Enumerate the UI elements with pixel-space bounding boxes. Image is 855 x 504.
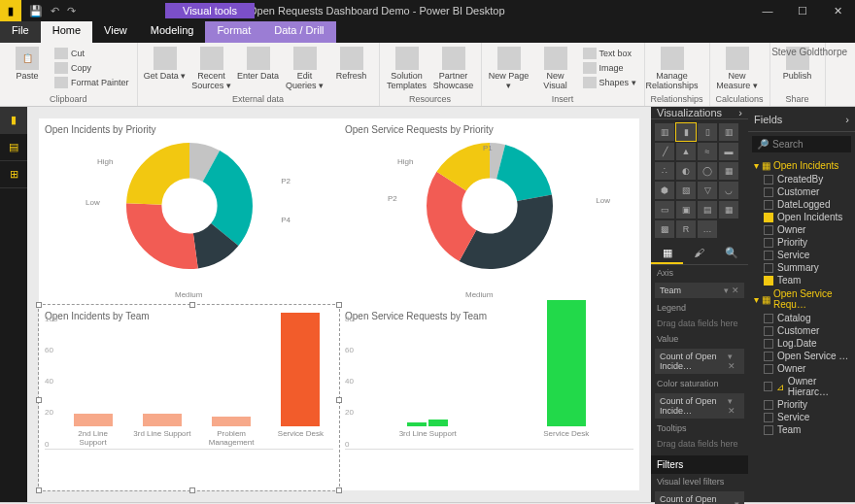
solution-templates-button[interactable]: Solution Templates <box>386 47 428 90</box>
visual-open-incidents-priority[interactable]: Open Incidents by Priority High P2 P4 Me… <box>39 118 339 305</box>
get-data-button[interactable]: Get Data ▾ <box>144 47 187 81</box>
legend-placeholder[interactable]: Drag data fields here <box>651 316 748 331</box>
checkbox-icon[interactable] <box>764 213 773 222</box>
viz-type-donut[interactable]: ◯ <box>698 162 717 180</box>
edit-queries-button[interactable]: Edit Queries ▾ <box>284 47 326 90</box>
text-box-button[interactable]: Text box <box>581 47 638 60</box>
tab-data-drill[interactable]: Data / Drill <box>262 21 335 43</box>
checkbox-icon[interactable] <box>764 276 773 286</box>
field-service[interactable]: Service <box>748 249 855 261</box>
checkbox-icon[interactable] <box>764 263 773 273</box>
copy-button[interactable]: Copy <box>52 61 131 75</box>
tooltips-placeholder[interactable]: Drag data fields here <box>651 436 748 452</box>
viz-type-pie[interactable]: ◐ <box>676 162 696 180</box>
viz-type-stacked-col[interactable]: ▥ <box>719 123 738 141</box>
viz-type-filled-map[interactable]: ▧ <box>676 182 696 199</box>
dropdown-icon[interactable]: ▾ ✕ <box>724 286 739 295</box>
viz-type-line[interactable]: ╱ <box>655 143 674 160</box>
checkbox-icon[interactable] <box>764 352 773 361</box>
new-page-button[interactable]: New Page ▾ <box>488 47 530 90</box>
viz-type-import[interactable]: … <box>698 220 717 238</box>
field-open-incidents[interactable]: Open Incidents <box>748 211 855 223</box>
checkbox-icon[interactable] <box>764 251 773 260</box>
viz-type-card[interactable]: ▭ <box>655 201 674 218</box>
viz-type-kpi[interactable]: ▣ <box>676 201 696 218</box>
qat-undo[interactable]: ↶ <box>51 5 59 17</box>
field-log-date[interactable]: Log.Date <box>748 337 855 350</box>
fields-tab[interactable]: ▦ <box>651 244 683 264</box>
visual-open-service-requests-team[interactable]: Open Service Requests by Team 020406080 … <box>339 305 639 491</box>
viz-type-clustered[interactable]: ▯ <box>698 123 717 141</box>
tab-modeling[interactable]: Modeling <box>139 21 206 43</box>
viz-type-funnel[interactable]: ▽ <box>698 182 717 199</box>
checkbox-icon[interactable] <box>764 200 773 210</box>
paste-button[interactable]: 📋Paste <box>6 47 49 81</box>
visual-filter-item[interactable]: Count of Open Incidents(…▾ <box>655 491 744 504</box>
viz-type-table[interactable]: ▦ <box>719 201 738 218</box>
viz-type-gauge[interactable]: ◡ <box>719 182 738 199</box>
expand-icon[interactable]: ▾ <box>735 499 739 504</box>
field-customer[interactable]: Customer <box>748 324 855 337</box>
recent-sources-button[interactable]: Recent Sources ▾ <box>190 47 233 90</box>
manage-relationships-button[interactable]: Manage Relationships <box>651 47 694 90</box>
table-open-incidents[interactable]: ▾▦Open Incidents <box>748 158 855 173</box>
visual-open-incidents-team[interactable]: Open Incidents by Team 0204060100 2nd Li… <box>39 305 339 491</box>
checkbox-icon[interactable] <box>764 175 773 185</box>
signed-in-user[interactable]: Steve Goldthorpe <box>771 47 847 57</box>
data-view-button[interactable]: ▤ <box>0 134 27 161</box>
tab-view[interactable]: View <box>92 21 139 43</box>
maximize-button[interactable]: ☐ <box>785 0 820 21</box>
viz-type-map[interactable]: ⬢ <box>655 182 674 199</box>
qat-save[interactable]: 💾 <box>29 5 43 17</box>
fields-search[interactable]: 🔎Search <box>752 136 851 152</box>
color-sat-field-well[interactable]: Count of Open Incide…▾ ✕ <box>655 393 744 419</box>
analytics-tab[interactable]: 🔍 <box>716 244 748 264</box>
enter-data-button[interactable]: Enter Data <box>237 47 280 81</box>
table-open-service-requests[interactable]: ▾▦Open Service Requ… <box>748 286 855 312</box>
format-tab[interactable]: 🖌 <box>683 244 715 264</box>
cut-button[interactable]: Cut <box>52 47 131 60</box>
checkbox-icon[interactable] <box>764 364 773 374</box>
field-createdby[interactable]: CreatedBy <box>748 173 855 185</box>
close-button[interactable]: ✕ <box>820 0 855 21</box>
field-owner-hierarc-[interactable]: ⊿Owner Hierarc… <box>748 375 855 398</box>
dropdown-icon[interactable]: ▾ ✕ <box>728 396 739 416</box>
collapse-icon[interactable]: › <box>845 114 849 125</box>
axis-field-well[interactable]: Team▾ ✕ <box>655 283 744 298</box>
format-painter-button[interactable]: Format Painter <box>52 76 131 89</box>
field-owner[interactable]: Owner <box>748 223 855 236</box>
checkbox-icon[interactable] <box>764 238 773 248</box>
field-summary[interactable]: Summary <box>748 261 855 274</box>
dropdown-icon[interactable]: ▾ ✕ <box>728 352 739 371</box>
model-view-button[interactable]: ⊞ <box>0 161 27 188</box>
tab-file[interactable]: File <box>0 21 41 43</box>
report-view-button[interactable]: ▮ <box>0 107 27 134</box>
field-priority[interactable]: Priority <box>748 236 855 249</box>
value-field-well[interactable]: Count of Open Incide…▾ ✕ <box>655 349 744 374</box>
field-priority[interactable]: Priority <box>748 398 855 411</box>
checkbox-icon[interactable] <box>764 225 773 235</box>
checkbox-icon[interactable] <box>764 400 773 410</box>
refresh-button[interactable]: Refresh <box>330 47 373 81</box>
visual-open-service-requests-priority[interactable]: Open Service Requests by Priority P1 Hig… <box>339 118 639 305</box>
viz-type-column[interactable]: ▮ <box>676 123 696 141</box>
checkbox-icon[interactable] <box>764 413 773 422</box>
field-service[interactable]: Service <box>748 411 855 423</box>
new-measure-button[interactable]: New Measure ▾ <box>716 47 759 90</box>
viz-type-matrix[interactable]: ▩ <box>655 220 674 238</box>
field-team[interactable]: Team <box>748 274 855 286</box>
image-button[interactable]: Image <box>581 61 638 75</box>
checkbox-icon[interactable] <box>764 382 772 391</box>
field-open-service-[interactable]: Open Service … <box>748 350 855 362</box>
checkbox-icon[interactable] <box>764 425 773 435</box>
viz-type-ribbon[interactable]: ≈ <box>698 143 717 160</box>
new-visual-button[interactable]: New Visual <box>534 47 577 90</box>
minimize-button[interactable]: — <box>750 0 785 21</box>
checkbox-icon[interactable] <box>764 326 773 336</box>
field-owner[interactable]: Owner <box>748 362 855 375</box>
field-catalog[interactable]: Catalog <box>748 312 855 324</box>
viz-type-area[interactable]: ▲ <box>676 143 696 160</box>
viz-type-scatter[interactable]: ∴ <box>655 162 674 180</box>
tab-home[interactable]: Home <box>41 21 92 43</box>
report-canvas[interactable]: Open Incidents by Priority High P2 P4 Me… <box>27 107 651 502</box>
